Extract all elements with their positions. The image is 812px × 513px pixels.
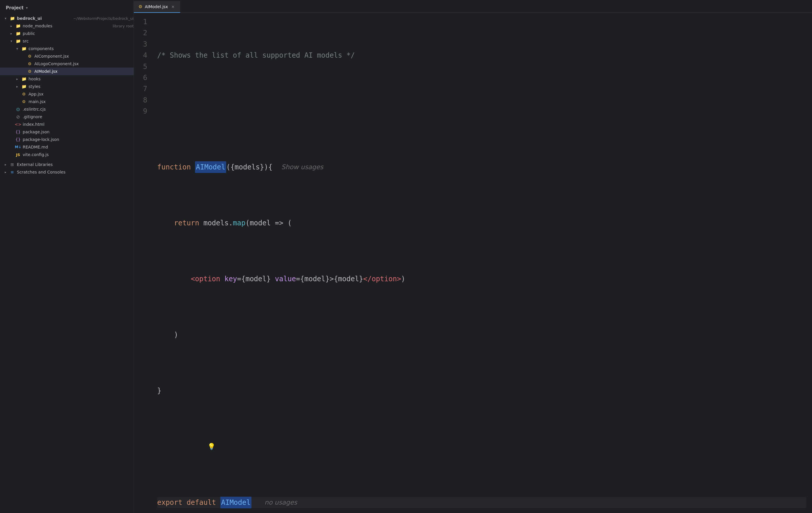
code-token [157,218,174,229]
sidebar-item-hooks[interactable]: 📁 hooks [0,75,134,83]
code-token [252,497,260,508]
code-line-2 [157,106,806,117]
code-token: export default [157,497,220,508]
code-token: ) [401,274,405,284]
jsx-file-icon: ⚙ [27,68,33,74]
code-token: AIModel [195,161,226,173]
code-token: models. [203,218,233,229]
code-token: (model => ( [245,218,292,229]
sidebar-item-app[interactable]: ⚙ App.jsx [0,90,134,98]
sidebar-item-public[interactable]: 📁 public [0,30,134,37]
jsx-file-icon: ⚙ [27,53,33,59]
expand-arrow-icon [9,24,13,28]
expand-arrow-icon [9,39,13,43]
json-file-icon: {} [15,129,21,135]
sidebar-item-external-libraries[interactable]: ⊞ External Libraries [0,161,134,168]
json-file-icon: {} [15,137,21,142]
code-token [157,274,191,284]
sidebar-item-aimodel[interactable]: ⚙ AIModel.jsx [0,67,134,75]
code-content[interactable]: /* Shows the list of all supported AI mo… [151,13,812,513]
sidebar-item-gitignore[interactable]: ⊘ .gitignore [0,113,134,120]
code-token [220,274,224,284]
code-line-5: <option key={model} value={model}>{model… [157,274,806,284]
code-hint: no usages [265,497,297,508]
code-line-7: } [157,385,806,396]
readme-label: README.md [23,145,134,149]
code-token: AIModel [220,497,252,508]
jsx-file-icon: ⚙ [27,61,33,67]
expand-arrow-icon [15,84,19,88]
src-label: src [23,39,134,44]
external-lib-icon: ⊞ [9,162,15,167]
sidebar-item-styles[interactable]: 📁 styles [0,83,134,90]
sidebar-item-root[interactable]: 📁 bedrock_ui ~/WebstormProjects/bedrock_… [0,15,134,22]
code-token: map [233,218,245,229]
project-label: Project [6,5,24,10]
tab-aimodel[interactable]: ⚙ AIModel.jsx ✕ [134,1,180,13]
code-line-6: ) [157,329,806,340]
sidebar-item-components[interactable]: 📁 components [0,45,134,52]
code-token: value [275,274,296,284]
components-label: components [29,46,134,51]
code-token: ={model} [237,274,275,284]
sidebar-item-ailogocomponent[interactable]: ⚙ AILogoComponent.jsx [0,60,134,67]
expand-arrow-icon [9,145,13,149]
folder-icon: 📁 [15,38,21,44]
expand-arrow-icon [15,47,19,51]
public-label: public [23,31,134,36]
code-token: ({models}){ [226,162,277,173]
sidebar-item-packagelockjson[interactable]: {} package-lock.json [0,136,134,143]
expand-arrow-icon [9,107,13,111]
sidebar-item-viteconfig[interactable]: JS vite.config.js [0,151,134,159]
folder-icon: 📁 [21,84,27,89]
main-label: main.jsx [29,99,134,104]
code-token: 💡 [157,430,215,463]
code-token: <option [191,274,220,284]
code-line-1: /* Shows the list of all supported AI mo… [157,50,806,61]
folder-icon: 📁 [21,46,27,52]
close-tab-button[interactable]: ✕ [170,4,175,9]
sidebar-header[interactable]: Project ▾ [0,0,134,15]
sidebar-item-eslint[interactable]: ⊙ .eslintrc.cjs [0,105,134,113]
config-file-icon: ⊙ [15,106,21,112]
expand-arrow-icon [9,152,13,156]
code-hint: Show usages [282,162,323,173]
code-editor[interactable]: 1 2 3 4 5 6 7 8 9 /* Shows the list of a… [134,13,812,513]
sidebar-item-readme[interactable]: M↓ README.md [0,143,134,151]
tab-bar: ⚙ AIModel.jsx ✕ [134,0,812,13]
tab-label: AIModel.jsx [145,4,168,9]
code-line-9: export default AIModel no usages [157,497,806,508]
bulb-icon: 💡 [207,443,215,450]
code-token: ) [157,329,178,340]
sidebar-item-src[interactable]: 📁 src [0,37,134,45]
expand-arrow-icon [9,130,13,134]
code-token: key [224,274,237,284]
ailogocomponent-label: AILogoComponent.jsx [34,61,134,66]
viteconfig-label: vite.config.js [23,152,134,157]
sidebar-item-main[interactable]: ⚙ main.jsx [0,98,134,105]
sidebar-item-indexhtml[interactable]: <> index.html [0,120,134,128]
gitignore-label: .gitignore [23,114,134,119]
expand-arrow-icon [15,99,19,104]
code-line-8: 💡 [157,441,806,452]
code-token: /* Shows the list of all supported AI mo… [157,50,355,61]
jsx-file-icon: ⚙ [21,99,27,105]
code-token: </option> [363,274,401,284]
expand-arrow-icon [9,115,13,119]
chevron-down-icon: ▾ [26,6,28,10]
sidebar-item-node-modules[interactable]: 📁 node_modules library root [0,22,134,30]
sidebar-item-scratches[interactable]: ≡ Scratches and Consoles [0,168,134,176]
eslint-label: .eslintrc.cjs [23,107,134,112]
main-layout: Project ▾ 📁 bedrock_ui ~/WebstormProject… [0,0,812,513]
sidebar-item-packagejson[interactable]: {} package.json [0,128,134,136]
scratches-label: Scratches and Consoles [17,170,134,174]
indexhtml-label: index.html [23,122,134,127]
expand-arrow-icon [15,77,19,81]
folder-icon: 📁 [9,16,15,21]
packagejson-label: package.json [23,130,134,134]
expand-arrow-icon [3,163,7,167]
hooks-label: hooks [29,77,134,81]
folder-icon: 📁 [21,76,27,82]
sidebar-item-aicomponent[interactable]: ⚙ AIComponent.jsx [0,52,134,60]
code-line-3: function AIModel({models}){ Show usages [157,162,806,173]
